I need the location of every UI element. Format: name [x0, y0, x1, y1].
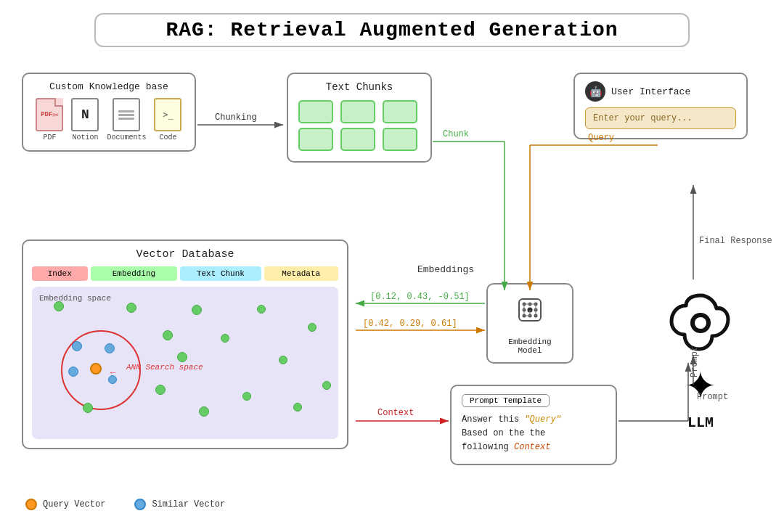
kb-title: Custom Knowledge base	[32, 81, 186, 92]
col-index: Index	[32, 266, 88, 281]
svg-text:[0.42, 0.29, 0.61]: [0.42, 0.29, 0.61]	[363, 319, 457, 329]
text-chunks-box: Text Chunks	[287, 73, 432, 163]
docs-icon	[113, 98, 140, 131]
embedding-model-icon	[497, 292, 563, 335]
similar-vector-dot-3	[68, 367, 78, 377]
notion-label: Notion	[72, 134, 98, 142]
legend: Query Vector Similar Vector	[25, 499, 225, 510]
legend-similar-label: Similar Vector	[152, 499, 225, 510]
llm-icon: ✦	[653, 283, 748, 412]
emb-label: EmbeddingModel	[497, 337, 563, 355]
chunk-cell-5	[340, 128, 375, 151]
legend-orange-dot	[25, 499, 37, 510]
kb-icon-notion: N Notion	[71, 98, 99, 142]
chunk-cell-1	[298, 100, 333, 123]
green-dot-4	[257, 305, 266, 314]
main-container: RAG: Retrieval Augmented Generation Cust…	[0, 0, 784, 532]
vector-database-box: Vector Database Index Embedding Text Chu…	[22, 240, 348, 449]
chunks-title: Text Chunks	[298, 81, 420, 93]
green-dot-7	[177, 352, 187, 362]
green-dot-12	[199, 406, 209, 417]
knowledge-base-box: Custom Knowledge base PDF✂ PDF N Notion …	[22, 73, 196, 152]
code-icon: >_	[154, 98, 181, 131]
svg-text:Final Response: Final Response	[699, 236, 772, 246]
svg-point-19	[695, 317, 706, 329]
col-embedding: Embedding	[91, 266, 178, 281]
green-dot-5	[163, 330, 173, 340]
green-dot-11	[83, 403, 93, 413]
similar-vector-dot-2	[105, 343, 115, 353]
code-label: Code	[159, 134, 176, 142]
similar-vector-dot-4	[108, 375, 117, 384]
notion-icon: N	[71, 98, 99, 131]
legend-similar-vector: Similar Vector	[134, 499, 225, 510]
col-metadata: Metadata	[264, 266, 339, 281]
chunk-cell-6	[383, 128, 417, 151]
green-dot-15	[293, 403, 302, 412]
svg-text:Chunking: Chunking	[215, 112, 257, 123]
chunk-cell-4	[298, 128, 333, 151]
ui-title: User Interface	[611, 86, 690, 97]
docs-label: Documents	[107, 134, 146, 142]
kb-icon-code: >_ Code	[154, 98, 181, 142]
green-dot-9	[155, 385, 166, 395]
svg-text:[0.12, 0.43, -0.51]: [0.12, 0.43, -0.51]	[370, 292, 470, 302]
vdb-header-row: Index Embedding Text Chunk Metadata	[32, 266, 338, 281]
chunks-grid	[298, 100, 420, 151]
robot-icon: 🤖	[585, 81, 605, 102]
prompt-context-word: Context	[514, 442, 550, 452]
user-interface-box: 🤖 User Interface Enter your query...	[573, 73, 748, 139]
chunk-cell-3	[383, 100, 417, 123]
kb-icon-pdf: PDF✂ PDF	[36, 98, 63, 142]
title-box: RAG: Retrieval Augmented Generation	[94, 13, 690, 47]
pdf-icon: PDF✂	[36, 98, 63, 131]
query-vector-dot	[90, 363, 102, 375]
embedding-model-box: EmbeddingModel	[486, 283, 573, 364]
legend-query-vector: Query Vector	[25, 499, 105, 510]
page-title: RAG: Retrieval Augmented Generation	[166, 19, 618, 41]
svg-text:Context: Context	[377, 408, 414, 418]
prompt-template-box: Prompt Template Answer this "Query" Base…	[450, 385, 617, 465]
kb-icon-docs: Documents	[107, 98, 146, 142]
green-dot-14	[322, 381, 331, 390]
green-dot-3	[192, 305, 202, 315]
svg-text:Embeddings: Embeddings	[417, 264, 474, 275]
openai-text-logo: ✦	[653, 359, 748, 412]
llm-label: LLM	[653, 414, 748, 431]
embedding-space-label: Embedding space	[39, 294, 331, 303]
legend-blue-dot	[134, 499, 146, 510]
similar-vector-dot-1	[72, 341, 82, 351]
circuit-svg	[512, 292, 548, 328]
openai-logo	[661, 283, 740, 363]
prompt-query-word: "Query"	[524, 414, 560, 425]
legend-query-label: Query Vector	[43, 499, 105, 510]
green-dot-1	[54, 301, 64, 311]
chunk-cell-2	[340, 100, 375, 123]
svg-text:Chunk: Chunk	[443, 129, 469, 139]
pdf-label: PDF	[43, 134, 56, 142]
kb-icons: PDF✂ PDF N Notion Documents >_ Code	[32, 98, 186, 142]
llm-box: ✦ LLM	[653, 283, 748, 431]
green-dot-10	[242, 392, 251, 401]
col-textchunk: Text Chunk	[180, 266, 261, 281]
prompt-text: Answer this "Query" Based on the the fol…	[462, 413, 605, 455]
green-dot-6	[221, 334, 229, 343]
ui-header: 🤖 User Interface	[585, 81, 736, 102]
ann-label: ANN Search space	[126, 363, 203, 372]
green-dot-13	[308, 323, 317, 332]
query-input[interactable]: Enter your query...	[585, 107, 736, 129]
prompt-tag: Prompt Template	[462, 394, 550, 407]
green-dot-2	[126, 303, 136, 313]
embedding-space: Embedding space ANN Search space ←	[32, 287, 338, 439]
green-dot-8	[279, 356, 287, 364]
vdb-title: Vector Database	[32, 248, 338, 261]
